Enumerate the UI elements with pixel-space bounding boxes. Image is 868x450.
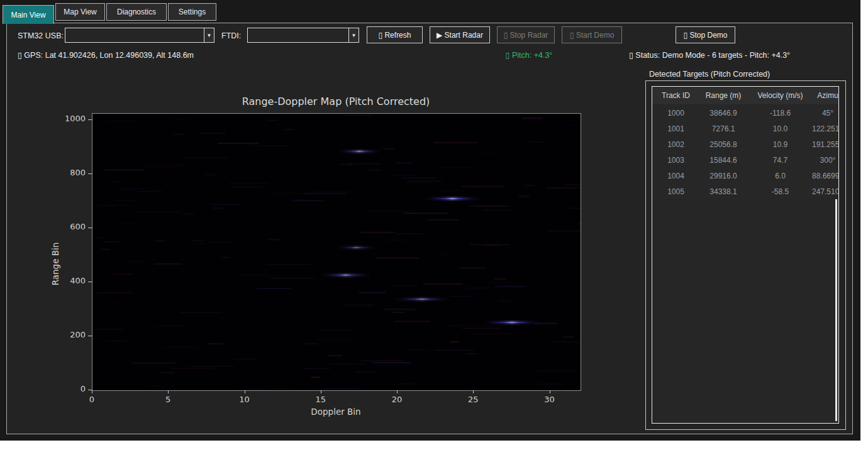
- x-tick-mark: [245, 390, 245, 393]
- demo-status-text: ▯ Status: Demo Mode - 6 targets - Pitch:…: [629, 50, 790, 60]
- table-cell: 25056.8: [699, 136, 747, 152]
- chart-title: Range-Doppler Map (Pitch Corrected): [92, 96, 580, 107]
- y-tick-label: 0: [59, 384, 86, 393]
- table-scrollbar[interactable]: [835, 194, 837, 421]
- y-axis-label: Range Bin: [50, 220, 60, 308]
- y-tick-label: 1000: [59, 114, 86, 123]
- table-cell: 247.5104: [813, 184, 839, 199]
- y-tick-mark: [88, 336, 92, 336]
- targets-panel-title: Detected Targets (Pitch Corrected): [649, 70, 770, 79]
- table-cell: 34338.1: [699, 184, 747, 199]
- table-cell: 1002: [652, 136, 699, 152]
- table-cell: 191.2552: [813, 136, 839, 152]
- table-cell: 29916.0: [699, 168, 747, 184]
- tab-main-view[interactable]: Main View: [3, 5, 54, 24]
- table-row[interactable]: 100534338.1-58.5247.5104: [652, 184, 839, 199]
- main-view-panel: STM32 USB: ▼ FTDI: ▼ ▯ Refresh ▶ Start R…: [6, 23, 853, 434]
- stm32-port-select[interactable]: ▼: [65, 28, 214, 43]
- start-radar-button[interactable]: ▶ Start Radar: [430, 26, 490, 43]
- x-tick-mark: [550, 390, 550, 393]
- table-row[interactable]: 100038646.9-118.645°: [652, 105, 839, 121]
- x-tick-mark: [397, 390, 398, 393]
- y-tick-label: 800: [59, 168, 86, 177]
- range-doppler-plot: [92, 113, 581, 391]
- gps-status-text: ▯ GPS: Lat 41.902426, Lon 12.496039, Alt…: [18, 50, 194, 60]
- x-tick-label: 0: [82, 395, 101, 404]
- table-row[interactable]: 100315844.674.7300°: [652, 152, 839, 168]
- ftdi-port-value: [250, 30, 347, 40]
- chevron-down-icon[interactable]: ▼: [348, 28, 359, 42]
- ftdi-label: FTDI:: [221, 31, 241, 40]
- y-tick-label: 200: [59, 330, 86, 339]
- x-tick-label: 25: [464, 395, 482, 404]
- x-tick-label: 30: [540, 395, 559, 404]
- table-cell: 1001: [652, 121, 699, 136]
- table-cell: 10.9: [747, 136, 813, 152]
- pitch-status-text: ▯ Pitch: +4.3°: [496, 50, 562, 60]
- x-tick-label: 20: [387, 395, 406, 404]
- column-header[interactable]: Velocity (m/s): [747, 87, 813, 104]
- x-tick-mark: [473, 390, 474, 393]
- table-row[interactable]: 100225056.810.9191.2552: [652, 136, 839, 152]
- column-header[interactable]: Track ID: [652, 87, 699, 104]
- table-cell: -118.6: [747, 105, 813, 121]
- y-tick-label: 600: [59, 222, 86, 231]
- stm32-port-value: [68, 30, 203, 40]
- tab-map-view[interactable]: Map View: [55, 3, 105, 21]
- table-cell: 1003: [652, 152, 699, 168]
- table-cell: 10.0: [747, 121, 813, 136]
- table-cell: 45°: [813, 105, 839, 121]
- stm32-usb-label: STM32 USB:: [18, 31, 64, 40]
- table-header-row: Track IDRange (m)Velocity (m/s)Azimu: [652, 87, 839, 104]
- table-cell: 7276.1: [699, 121, 747, 136]
- y-tick-mark: [88, 228, 92, 228]
- x-tick-label: 5: [159, 395, 177, 404]
- x-axis-label: Doppler Bin: [92, 407, 580, 417]
- table-cell: 74.7: [747, 152, 813, 168]
- x-tick-mark: [168, 390, 169, 393]
- y-tick-mark: [88, 119, 92, 120]
- table-cell: 6.0: [747, 168, 813, 184]
- table-cell: 1000: [652, 105, 699, 121]
- x-tick-mark: [92, 390, 92, 393]
- y-tick-mark: [88, 173, 92, 174]
- x-tick-label: 10: [235, 395, 254, 404]
- app-window: Main View Map View Diagnostics Settings …: [0, 0, 860, 441]
- table-cell: 1005: [652, 184, 699, 199]
- table-cell: 38646.9: [699, 105, 747, 121]
- y-tick-label: 400: [59, 276, 86, 285]
- table-cell: 300°: [813, 152, 839, 168]
- tab-diagnostics[interactable]: Diagnostics: [106, 3, 167, 21]
- chevron-down-icon[interactable]: ▼: [204, 28, 214, 42]
- stop-demo-button[interactable]: ▯ Stop Demo: [676, 26, 735, 43]
- stop-radar-button[interactable]: ▯ Stop Radar: [497, 26, 555, 43]
- table-cell: 1004: [652, 168, 699, 184]
- start-demo-button[interactable]: ▯ Start Demo: [562, 26, 622, 43]
- table-cell: -58.5: [747, 184, 813, 199]
- column-header[interactable]: Range (m): [699, 87, 747, 104]
- column-header[interactable]: Azimu: [813, 87, 839, 104]
- y-tick-mark: [88, 282, 92, 282]
- table-cell: 88.66998: [813, 168, 839, 184]
- table-row[interactable]: 10017276.110.0122.2510: [652, 121, 839, 136]
- x-tick-label: 15: [311, 395, 330, 404]
- tab-settings[interactable]: Settings: [168, 3, 216, 21]
- table-cell: 122.2510: [813, 121, 839, 136]
- table-row[interactable]: 100429916.06.088.66998: [652, 168, 839, 184]
- refresh-button[interactable]: ▯ Refresh: [367, 26, 423, 43]
- targets-table[interactable]: Track IDRange (m)Velocity (m/s)Azimu1000…: [652, 86, 839, 424]
- table-cell: 15844.6: [699, 152, 747, 168]
- x-tick-mark: [321, 390, 321, 393]
- ftdi-port-select[interactable]: ▼: [247, 28, 359, 43]
